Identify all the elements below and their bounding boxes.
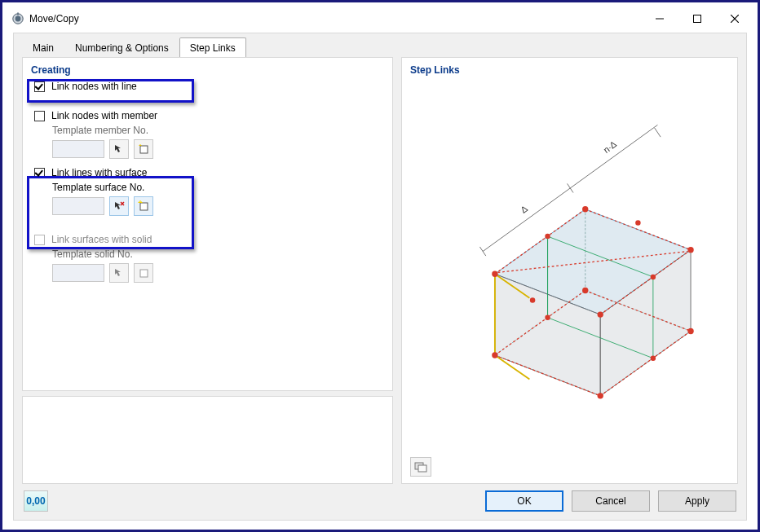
checkbox-link-surfaces-solid <box>34 235 45 245</box>
svg-line-18 <box>655 128 661 137</box>
step-links-diagram: Δ n·Δ <box>435 99 721 434</box>
minimize-button[interactable] <box>641 7 678 31</box>
svg-line-16 <box>479 247 485 256</box>
pick-surface-button[interactable] <box>109 196 129 216</box>
svg-text:Δ: Δ <box>519 204 530 215</box>
svg-rect-2 <box>17 13 19 15</box>
svg-point-42 <box>545 234 550 239</box>
tab-bar: Main Numbering & Options Step Links <box>22 37 738 58</box>
svg-line-15 <box>570 125 657 188</box>
template-solid-label: Template solid No. <box>52 248 384 260</box>
close-button[interactable] <box>716 7 753 31</box>
tab-main[interactable]: Main <box>22 37 64 58</box>
pick-solid-button <box>109 263 129 283</box>
window-title: Move/Copy <box>29 13 79 24</box>
template-solid-input <box>52 264 104 282</box>
svg-point-37 <box>598 311 603 317</box>
svg-line-17 <box>568 183 573 192</box>
svg-rect-4 <box>694 15 701 23</box>
svg-point-45 <box>651 355 656 360</box>
svg-point-1 <box>15 16 21 22</box>
creating-title: Creating <box>31 64 384 76</box>
checkbox-link-lines-surface[interactable] <box>34 168 45 178</box>
svg-point-43 <box>651 275 656 279</box>
label-link-surfaces-solid: Link surfaces with solid <box>51 234 152 245</box>
template-member-label: Template member No. <box>52 125 384 136</box>
new-member-button[interactable] <box>134 139 153 159</box>
apply-button[interactable]: Apply <box>658 490 736 512</box>
dialog-content: Main Numbering & Options Step Links Crea… <box>13 33 747 521</box>
svg-point-44 <box>545 315 550 320</box>
ok-label: OK <box>517 495 531 507</box>
svg-rect-13 <box>140 270 148 277</box>
svg-rect-7 <box>140 146 148 153</box>
svg-rect-10 <box>140 203 148 210</box>
label-link-lines-surface: Link lines with surface <box>51 167 147 178</box>
svg-rect-50 <box>418 465 426 472</box>
checkbox-link-nodes-line[interactable] <box>34 81 45 92</box>
ok-button[interactable]: OK <box>485 490 563 512</box>
checkbox-link-nodes-member[interactable] <box>34 111 45 121</box>
creating-panel: Creating Link nodes with line Link <box>22 57 393 391</box>
svg-point-39 <box>582 288 588 293</box>
lower-left-panel <box>22 396 393 484</box>
svg-point-35 <box>582 206 588 212</box>
tab-numbering-options[interactable]: Numbering & Options <box>64 37 179 58</box>
svg-point-47 <box>635 220 640 225</box>
maximize-button[interactable] <box>678 7 716 31</box>
option-link-surfaces-solid: Link surfaces with solid <box>34 234 384 245</box>
svg-point-48 <box>530 297 535 302</box>
svg-point-40 <box>687 328 693 334</box>
pick-member-button[interactable] <box>109 139 129 159</box>
svg-point-34 <box>492 271 497 277</box>
svg-point-38 <box>492 352 497 358</box>
titlebar: Move/Copy <box>7 7 753 31</box>
template-member-input[interactable] <box>52 140 104 158</box>
app-icon <box>11 12 24 25</box>
option-link-lines-surface[interactable]: Link lines with surface <box>34 167 384 178</box>
dialog-footer: 0,00 OK Cancel Apply <box>22 484 738 513</box>
units-button-label: 0,00 <box>26 495 45 507</box>
step-links-title: Step Links <box>410 64 729 76</box>
template-surface-label: Template surface No. <box>52 182 384 193</box>
svg-point-36 <box>687 247 693 253</box>
svg-point-41 <box>598 393 603 398</box>
label-link-nodes-line: Link nodes with line <box>51 81 137 92</box>
preview-tool-button[interactable] <box>410 457 431 477</box>
template-surface-input[interactable] <box>52 197 104 215</box>
tab-step-links[interactable]: Step Links <box>179 37 246 58</box>
label-link-nodes-member: Link nodes with member <box>51 110 157 121</box>
option-link-nodes-line[interactable]: Link nodes with line <box>34 81 384 92</box>
new-solid-button <box>134 263 153 283</box>
units-button[interactable]: 0,00 <box>24 490 48 512</box>
svg-text:n·Δ: n·Δ <box>602 138 619 155</box>
new-surface-button[interactable] <box>134 196 153 216</box>
step-links-preview-panel: Step Links <box>401 57 738 484</box>
dialog-window: Move/Copy Main Numbering & Options Step … <box>7 7 753 525</box>
apply-label: Apply <box>685 495 709 507</box>
cancel-label: Cancel <box>595 495 625 507</box>
option-link-nodes-member[interactable]: Link nodes with member <box>34 110 384 121</box>
cancel-button[interactable]: Cancel <box>572 490 650 512</box>
